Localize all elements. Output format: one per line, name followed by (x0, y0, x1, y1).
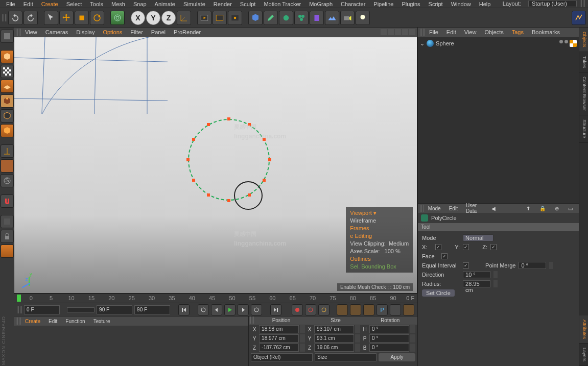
side-tab-layers[interactable]: Layers (579, 344, 588, 366)
menu-mograph[interactable]: MoGraph (305, 1, 337, 7)
om-grip-icon[interactable] (420, 29, 425, 36)
vp-grip-icon[interactable] (16, 29, 21, 36)
move-tool-button[interactable] (59, 11, 74, 25)
nurbs-button[interactable] (279, 11, 293, 25)
menu-character[interactable]: Character (337, 1, 369, 7)
workplane-button[interactable] (1, 80, 14, 93)
range-start-field[interactable]: 0 F (24, 305, 60, 314)
viewport-3d[interactable]: Viewport ▾ Wireframe Frames e Editing Vi… (14, 37, 417, 294)
side-tab-content[interactable]: Content Browser (579, 72, 588, 115)
viewport-solo-button[interactable] (1, 215, 14, 228)
menu-sculpt[interactable]: Sculpt (236, 1, 260, 7)
attr-eq-check[interactable] (463, 262, 469, 269)
attr-pm-field[interactable]: 0 ° (519, 262, 546, 269)
attr-rad-field[interactable]: 28.95 cm (463, 280, 490, 287)
menu-window[interactable]: Window (447, 1, 475, 7)
menu-file[interactable]: File (2, 1, 19, 7)
deformer-button[interactable] (310, 11, 324, 25)
spin[interactable] (355, 334, 360, 343)
attr-tab-tool[interactable]: Tool (418, 223, 579, 231)
lock-button[interactable] (1, 230, 14, 243)
menu-plugins[interactable]: Plugins (397, 1, 424, 7)
size-y-field[interactable]: 93.1 cm (314, 334, 354, 343)
om-menu-edit[interactable]: Edit (442, 29, 460, 35)
spin[interactable] (549, 262, 553, 269)
attr-pin-icon[interactable]: ⊕ (551, 206, 563, 211)
menu-simulate[interactable]: Simulate (179, 1, 209, 7)
redo-button[interactable] (23, 11, 38, 25)
attr-dir-field[interactable]: 10 ° (463, 271, 490, 278)
spin[interactable] (300, 344, 305, 352)
record-button[interactable] (292, 304, 303, 315)
pos-y-field[interactable]: 18.977 cm (259, 334, 299, 343)
spin[interactable] (493, 280, 498, 287)
spin[interactable] (410, 334, 415, 343)
key-param-button[interactable]: P (377, 304, 388, 315)
menu-create[interactable]: Create (37, 1, 62, 7)
vp-nav-icon-3[interactable] (395, 29, 401, 35)
side-tab-takes[interactable]: Takes (579, 52, 588, 73)
coord-system-button[interactable] (177, 11, 191, 25)
ov-bbox[interactable]: Sel. Bounding Box (350, 263, 409, 271)
menu-mesh[interactable]: Mesh (107, 1, 129, 7)
script-button[interactable] (572, 11, 586, 25)
key-scale-button[interactable] (350, 304, 361, 315)
texture-mode-button[interactable] (1, 65, 14, 78)
cube-primitive-button[interactable] (248, 11, 263, 25)
om-menu-view[interactable]: View (460, 29, 481, 35)
scale-tool-button[interactable] (75, 11, 89, 25)
prev-key-button[interactable] (198, 304, 209, 315)
next-key-button[interactable] (251, 304, 262, 315)
make-editable-button[interactable] (1, 30, 14, 43)
render-settings-button[interactable] (228, 11, 242, 25)
attr-x-check[interactable] (435, 244, 441, 250)
key-anim-button[interactable] (403, 304, 414, 315)
vp-menu-prorender[interactable]: ProRender (170, 29, 205, 35)
tree-expand-icon[interactable]: ⌄ (420, 40, 425, 47)
menu-animate[interactable]: Animate (151, 1, 179, 7)
edge-mode-button[interactable] (1, 109, 14, 123)
menu-tools[interactable]: Tools (86, 1, 107, 7)
mat-grip-icon[interactable] (16, 318, 21, 325)
vp-menu-cameras[interactable]: Cameras (41, 29, 73, 35)
spin[interactable] (355, 344, 360, 352)
ov-editing[interactable]: e Editing (350, 232, 409, 240)
attr-face-check[interactable] (441, 253, 448, 259)
size-mode-dropdown[interactable]: Size (315, 353, 377, 361)
autokey-button[interactable] (305, 304, 316, 315)
render-region-button[interactable] (213, 11, 227, 25)
ov-viewport[interactable]: Viewport ▾ (350, 209, 409, 217)
tweak-mode-button[interactable] (1, 159, 14, 173)
vp-nav-icon-4[interactable] (402, 29, 408, 35)
current-frame-field[interactable]: 90 F (134, 305, 170, 314)
om-object-name[interactable]: Sphere (436, 40, 454, 46)
menu-pipeline[interactable]: Pipeline (369, 1, 397, 7)
vp-menu-view[interactable]: View (21, 29, 41, 35)
next-frame-button[interactable] (238, 304, 249, 315)
timeline-ruler[interactable]: 0 5 10 15 20 25 30 35 40 45 50 55 60 65 … (14, 294, 417, 303)
coord-apply-button[interactable]: Apply (379, 353, 415, 361)
undo-button[interactable] (8, 11, 22, 25)
render-region-tool-button[interactable] (1, 245, 14, 258)
menu-snap[interactable]: Snap (129, 1, 151, 7)
pos-z-field[interactable]: -187.762 cm (259, 344, 299, 352)
key-rot-button[interactable] (363, 304, 374, 315)
polygon-mode-button[interactable] (1, 124, 14, 137)
phong-tag-icon[interactable] (570, 40, 577, 47)
mat-menu-edit[interactable]: Edit (44, 319, 61, 324)
pos-x-field[interactable]: 18.98 cm (259, 325, 299, 333)
last-tool-button[interactable] (110, 11, 125, 25)
goto-start-button[interactable] (178, 304, 190, 315)
om-menu-bookmarks[interactable]: Bookmarks (528, 29, 564, 35)
timeline-playhead[interactable] (17, 295, 21, 302)
attr-new-icon[interactable]: ▭ (564, 206, 577, 211)
coord-mode-dropdown[interactable]: Object (Rel) (251, 353, 313, 361)
layout-grip-icon[interactable] (580, 0, 585, 7)
ov-outlines[interactable]: Outlines (350, 255, 409, 263)
rotate-tool-button[interactable] (90, 11, 104, 25)
spin[interactable] (355, 325, 360, 333)
set-circle-button[interactable]: Set Circle (422, 289, 455, 297)
spin[interactable] (300, 334, 305, 343)
vp-nav-icon-2[interactable] (388, 29, 394, 35)
side-tab-structure[interactable]: Structure (579, 115, 588, 143)
